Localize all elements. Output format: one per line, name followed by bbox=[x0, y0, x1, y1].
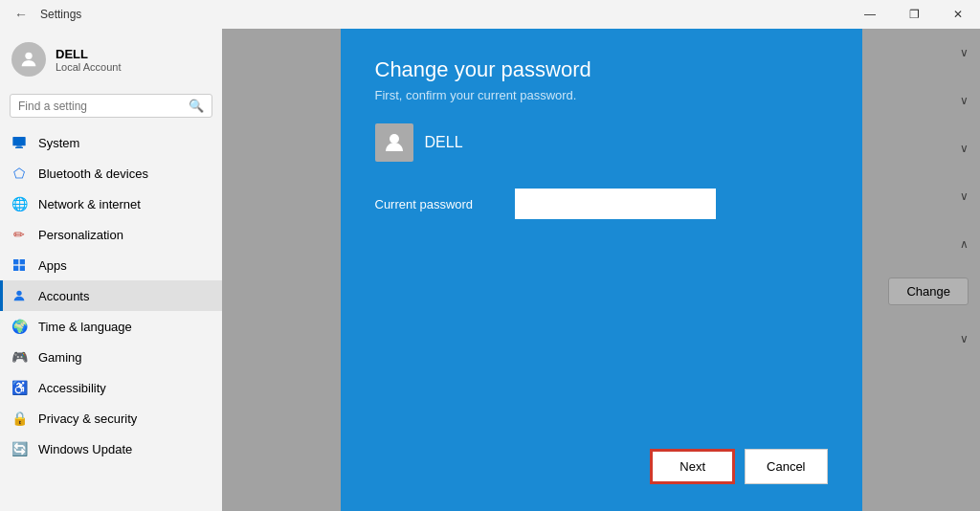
dialog-footer: Next Cancel bbox=[375, 430, 828, 484]
gaming-icon: 🎮 bbox=[11, 349, 27, 365]
network-icon: 🌐 bbox=[11, 196, 27, 211]
sidebar-item-accounts[interactable]: Accounts bbox=[0, 280, 222, 311]
svg-rect-4 bbox=[13, 259, 18, 264]
sidebar-label-accounts: Accounts bbox=[38, 289, 89, 303]
sidebar-label-bluetooth: Bluetooth & devices bbox=[38, 167, 148, 181]
sidebar-item-apps[interactable]: Apps bbox=[0, 250, 222, 280]
svg-rect-7 bbox=[20, 266, 25, 271]
dialog-subtitle: First, confirm your current password. bbox=[375, 88, 828, 102]
dialog-user-row: DELL bbox=[375, 123, 828, 162]
sidebar-item-privacy[interactable]: 🔒 Privacy & security bbox=[0, 403, 222, 433]
svg-rect-1 bbox=[12, 137, 25, 145]
privacy-icon: 🔒 bbox=[11, 411, 27, 426]
user-name: DELL bbox=[56, 47, 122, 61]
sidebar-label-network: Network & internet bbox=[38, 197, 141, 211]
dialog-username: DELL bbox=[425, 134, 463, 151]
sidebar-item-bluetooth[interactable]: ⬠ Bluetooth & devices bbox=[0, 158, 222, 189]
sidebar-label-gaming: Gaming bbox=[38, 350, 82, 365]
svg-rect-6 bbox=[13, 266, 18, 271]
sidebar-label-apps: Apps bbox=[38, 258, 67, 273]
avatar bbox=[11, 42, 46, 77]
sidebar-label-personalization: Personalization bbox=[38, 228, 123, 242]
apps-icon bbox=[11, 257, 27, 273]
search-input[interactable] bbox=[18, 100, 189, 113]
title-bar: ← Settings — ❐ ✕ bbox=[0, 0, 980, 29]
accessibility-icon: ♿ bbox=[11, 380, 27, 395]
accounts-icon bbox=[11, 288, 27, 303]
user-account-type: Local Account bbox=[56, 61, 122, 73]
search-box[interactable]: 🔍 bbox=[10, 94, 212, 118]
sidebar-label-accessibility: Accessibility bbox=[38, 381, 106, 395]
current-password-row: Current password bbox=[375, 189, 828, 219]
svg-point-0 bbox=[25, 53, 32, 59]
bluetooth-icon: ⬠ bbox=[11, 166, 27, 181]
svg-rect-3 bbox=[15, 147, 23, 148]
minimize-button[interactable]: — bbox=[848, 0, 892, 29]
svg-point-8 bbox=[16, 291, 21, 296]
close-button[interactable]: ✕ bbox=[936, 0, 980, 29]
sidebar-item-personalization[interactable]: ✏ Personalization bbox=[0, 219, 222, 250]
sidebar-item-time[interactable]: 🌍 Time & language bbox=[0, 311, 222, 342]
svg-rect-2 bbox=[16, 145, 21, 146]
time-icon: 🌍 bbox=[11, 319, 27, 334]
back-button[interactable]: ← bbox=[10, 3, 33, 26]
sidebar-item-gaming[interactable]: 🎮 Gaming bbox=[0, 342, 222, 372]
current-password-label: Current password bbox=[375, 197, 500, 211]
window-controls: — ❐ ✕ bbox=[848, 0, 980, 29]
user-section: DELL Local Account bbox=[0, 29, 222, 90]
sidebar-item-accessibility[interactable]: ♿ Accessibility bbox=[0, 372, 222, 403]
cancel-button[interactable]: Cancel bbox=[745, 449, 827, 484]
sidebar: DELL Local Account 🔍 System ⬠ Bluetooth … bbox=[0, 29, 222, 511]
next-button[interactable]: Next bbox=[650, 449, 735, 484]
dialog-title: Change your password bbox=[375, 57, 828, 82]
sidebar-label-privacy: Privacy & security bbox=[38, 411, 137, 426]
sidebar-label-system: System bbox=[38, 136, 79, 150]
window-title: Settings bbox=[40, 8, 81, 21]
sidebar-label-update: Windows Update bbox=[38, 442, 132, 456]
system-icon bbox=[11, 135, 27, 150]
search-icon: 🔍 bbox=[189, 99, 204, 113]
current-password-input[interactable] bbox=[515, 189, 716, 219]
main-area: DELL Local Account 🔍 System ⬠ Bluetooth … bbox=[0, 29, 980, 511]
sidebar-label-time: Time & language bbox=[38, 320, 132, 334]
svg-rect-5 bbox=[20, 259, 25, 264]
maximize-button[interactable]: ❐ bbox=[892, 0, 936, 29]
sidebar-item-windows-update[interactable]: 🔄 Windows Update bbox=[0, 433, 222, 464]
change-password-dialog: Change your password First, confirm your… bbox=[341, 29, 862, 511]
content-area: ∨ ∨ ∨ ∨ ∧ Change ∨ Change your bbox=[222, 29, 980, 511]
dialog-overlay: Change your password First, confirm your… bbox=[222, 29, 980, 511]
sidebar-item-system[interactable]: System bbox=[0, 127, 222, 158]
sidebar-item-network[interactable]: 🌐 Network & internet bbox=[0, 189, 222, 219]
nav-list: System ⬠ Bluetooth & devices 🌐 Network &… bbox=[0, 127, 222, 511]
dialog-avatar bbox=[375, 123, 413, 162]
svg-point-9 bbox=[390, 134, 399, 144]
update-icon: 🔄 bbox=[11, 441, 27, 456]
user-info: DELL Local Account bbox=[56, 47, 122, 73]
personalization-icon: ✏ bbox=[11, 227, 27, 242]
